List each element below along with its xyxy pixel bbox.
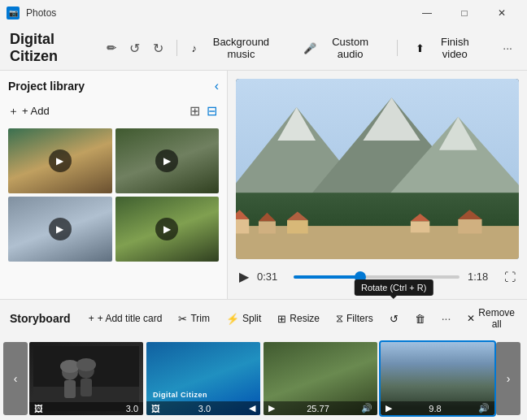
clip-scene-1 xyxy=(33,346,139,411)
svg-point-26 xyxy=(76,358,96,371)
clip-item-2[interactable]: Digital Citizen 🖼 3.0 ◀ xyxy=(146,342,260,415)
close-icon: ✕ xyxy=(467,313,475,324)
media-thumb-1[interactable]: ▶ xyxy=(8,128,112,193)
title-bar: 📷 Photos — □ ✕ xyxy=(0,0,527,26)
preview-scene xyxy=(236,79,519,259)
plus-icon: ＋ xyxy=(8,104,19,119)
play-overlay-4: ▶ xyxy=(155,218,178,240)
app-title: Photos xyxy=(26,7,56,19)
custom-audio-label: Custom audio xyxy=(321,36,380,60)
trim-icon: ✂ xyxy=(178,313,187,325)
top-toolbar: Digital Citizen ✏ ↺ ↻ ♪ Background music… xyxy=(0,26,527,71)
svg-rect-17 xyxy=(458,219,481,234)
window-controls: — □ ✕ xyxy=(408,0,520,26)
grid-view-button[interactable]: ⊞ xyxy=(188,102,202,120)
clip-audio-icon-4: 🔊 xyxy=(478,403,490,414)
add-label: + Add xyxy=(22,105,50,117)
add-bar: ＋ + Add ⊞ ⊟ xyxy=(8,102,219,120)
finish-video-button[interactable]: ⬆ Finish video xyxy=(411,32,485,63)
close-button[interactable]: ✕ xyxy=(483,0,520,26)
svg-rect-13 xyxy=(287,220,308,233)
nav-left-button[interactable]: ‹ xyxy=(3,342,28,415)
total-time: 1:18 xyxy=(468,271,496,283)
clip-item-4[interactable]: ▶ 9.8 🔊 xyxy=(381,342,494,415)
svg-rect-15 xyxy=(411,221,429,232)
clip-overlay-3: ▶ 25.77 🔊 xyxy=(264,401,377,415)
background-music-button[interactable]: ♪ Background music xyxy=(187,32,285,63)
play-overlay-3: ▶ xyxy=(49,218,72,240)
project-title-group: Digital Citizen ✏ xyxy=(10,31,116,65)
split-button[interactable]: ⚡ Split xyxy=(221,310,266,327)
svg-rect-22 xyxy=(64,380,76,398)
resize-label: Resize xyxy=(290,313,320,324)
export-icon: ⬆ xyxy=(416,42,425,54)
panel-title: Project library xyxy=(8,80,85,93)
resize-icon: ⊞ xyxy=(277,313,286,325)
svg-rect-11 xyxy=(259,221,276,233)
trim-label: Trim xyxy=(190,313,210,324)
trash-icon: 🗑 xyxy=(415,313,425,325)
storyboard-more-button[interactable]: ··· xyxy=(437,310,456,327)
clip-duration-3: 25.77 xyxy=(307,404,329,414)
filters-label: Filters xyxy=(346,313,373,324)
toolbar-more-button[interactable]: ··· xyxy=(498,39,517,57)
delete-button[interactable]: 🗑 xyxy=(410,310,430,327)
media-thumb-4[interactable]: ▶ xyxy=(115,197,220,262)
clip-audio-icon-2: ◀ xyxy=(249,403,255,414)
rotate-tooltip-container: ↺ Rotate (Ctrl + R) xyxy=(385,310,403,327)
clip-audio-icon-3: 🔊 xyxy=(361,403,372,414)
panel-header: Project library ‹ xyxy=(8,79,219,93)
preview-area xyxy=(236,79,519,259)
fullscreen-button[interactable]: ⛶ xyxy=(504,271,516,284)
storyboard-clips: ‹ xyxy=(0,337,527,420)
media-thumb-2[interactable]: ▶ xyxy=(115,128,220,193)
add-media-button[interactable]: ＋ + Add xyxy=(8,104,50,119)
remove-all-label: Remove all xyxy=(478,307,515,330)
trim-button[interactable]: ✂ Trim xyxy=(173,310,215,327)
add-title-card-button[interactable]: + + Add title card xyxy=(84,310,168,327)
clip-duration-4: 9.8 xyxy=(429,404,441,414)
finish-video-label: Finish video xyxy=(429,36,480,60)
svg-rect-25 xyxy=(81,379,92,396)
resize-button[interactable]: ⊞ Resize xyxy=(272,310,324,327)
undo-redo-group: ↺ ↻ xyxy=(126,39,167,58)
clip-type-icon-4: ▶ xyxy=(385,403,392,414)
list-view-button[interactable]: ⊟ xyxy=(205,102,219,120)
play-overlay-2: ▶ xyxy=(155,149,178,172)
title-bar-left: 📷 Photos xyxy=(7,6,56,19)
rotate-button[interactable]: ↺ xyxy=(385,310,403,327)
filters-icon: ⧖ xyxy=(336,312,343,325)
media-grid: ▶ ▶ ▶ ▶ xyxy=(8,128,219,262)
progress-fill xyxy=(294,275,360,279)
clip-overlay-2: 🖼 3.0 ◀ xyxy=(146,401,260,415)
clip-duration-2: 3.0 xyxy=(198,404,211,414)
app-icon: 📷 xyxy=(7,6,20,19)
media-thumb-3[interactable]: ▶ xyxy=(8,197,112,262)
clip-overlay-4: ▶ 9.8 🔊 xyxy=(381,401,494,415)
nav-right-button[interactable]: › xyxy=(496,342,520,415)
play-button[interactable]: ▶ xyxy=(239,269,249,284)
custom-audio-button[interactable]: 🎤 Custom audio xyxy=(298,32,385,63)
maximize-button[interactable]: □ xyxy=(446,0,483,26)
minimize-button[interactable]: — xyxy=(408,0,446,26)
music-note-icon: ♪ xyxy=(192,42,198,54)
filters-button[interactable]: ⧖ Filters xyxy=(331,310,378,327)
clip-duration-1: 3.0 xyxy=(126,404,138,414)
progress-bar[interactable] xyxy=(294,275,459,279)
view-toggle-group: ⊞ ⊟ xyxy=(188,102,219,120)
toolbar-separator-2 xyxy=(397,40,398,56)
remove-all-button[interactable]: ✕ Remove all xyxy=(462,305,520,332)
collapse-panel-button[interactable]: ‹ xyxy=(215,79,219,93)
split-label: Split xyxy=(242,313,261,324)
add-title-card-label: + Add title card xyxy=(98,313,163,324)
clip-item-3[interactable]: ▶ 25.77 🔊 xyxy=(264,342,377,415)
undo-button[interactable]: ↺ xyxy=(126,39,143,58)
left-panel: Project library ‹ ＋ + Add ⊞ ⊟ ▶ xyxy=(0,71,228,299)
content-area: Project library ‹ ＋ + Add ⊞ ⊟ ▶ xyxy=(0,71,527,299)
rotate-icon: ↺ xyxy=(390,313,399,325)
clip-item-1[interactable]: 🖼 3.0 xyxy=(29,342,143,415)
redo-button[interactable]: ↻ xyxy=(150,39,167,58)
play-overlay-1: ▶ xyxy=(49,149,72,172)
edit-title-icon[interactable]: ✏ xyxy=(107,41,116,54)
rotate-tooltip: Rotate (Ctrl + R) xyxy=(355,279,433,296)
